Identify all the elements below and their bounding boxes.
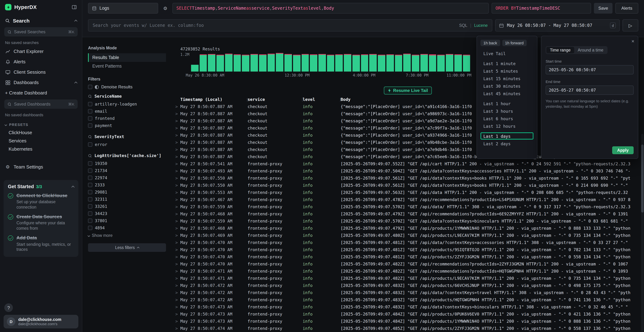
row-expand-icon[interactable]: > (175, 326, 180, 331)
facet-value-row[interactable]: email (88, 108, 166, 115)
scrollbar-thumb[interactable] (641, 144, 644, 212)
log-row[interactable]: >May 27 8:50:07.472 AMfrontend-proxyinfo… (172, 296, 644, 304)
facet-value-row[interactable]: 19350 (88, 160, 166, 167)
saved-dashboards-input[interactable]: Saved Dashboards ⌘K (4, 100, 78, 109)
histogram-bar[interactable] (361, 54, 368, 72)
row-expand-icon[interactable]: > (175, 154, 180, 159)
apply-button[interactable]: Apply (612, 146, 634, 154)
checkbox[interactable] (88, 190, 92, 194)
log-row[interactable]: >May 27 8:50:07.470 AMfrontend-proxyinfo… (172, 246, 644, 253)
log-row[interactable]: >May 27 8:50:07.541 AMfrontend-proxyinfo… (172, 160, 644, 168)
row-expand-icon[interactable]: > (175, 126, 180, 130)
row-expand-icon[interactable]: > (175, 233, 180, 238)
lang-toggle-lucene[interactable]: Lucene (474, 23, 488, 28)
sidebar-item-alerts[interactable]: Alerts (0, 56, 82, 67)
log-row[interactable]: >May 27 8:50:07.550 AMfrontend-proxyinfo… (172, 174, 644, 182)
histogram-bar[interactable] (268, 54, 275, 72)
order-by-editor[interactable]: ORDER BY TimestampTime DESC (492, 3, 591, 14)
quick-range-last-2-days[interactable]: Last 2 days (480, 140, 534, 147)
row-expand-icon[interactable]: > (175, 104, 180, 109)
facet-value-row[interactable]: 29081 (88, 188, 166, 196)
facet-value-row[interactable]: 22974 (88, 174, 166, 182)
log-row[interactable]: >May 27 8:50:07.469 AMfrontend-proxyinfo… (172, 232, 644, 239)
histogram-bar[interactable] (242, 55, 249, 72)
sidebar-item-chart-explorer[interactable]: Chart Explorer (0, 46, 82, 56)
row-expand-icon[interactable]: > (175, 247, 180, 252)
histogram-bar[interactable] (438, 55, 445, 72)
histogram-bar[interactable] (352, 55, 360, 72)
histogram-bar[interactable] (463, 55, 470, 72)
get-started-item[interactable]: Create Data Sources Configure where your… (8, 214, 74, 231)
get-started-item[interactable]: Add Data Start sending logs, metrics, or… (8, 235, 74, 252)
histogram-bar[interactable] (293, 54, 300, 72)
histogram-bar[interactable] (216, 54, 224, 72)
get-started-header[interactable]: Get Started 3/3 (8, 184, 74, 189)
histogram-bar[interactable] (318, 54, 326, 72)
sidebar-item-client-sessions[interactable]: Client Sessions (0, 67, 82, 77)
facet-header[interactable]: SeverityText (88, 134, 166, 139)
histogram-bar[interactable] (395, 55, 402, 72)
facet-header[interactable]: Servi​ceName (88, 94, 166, 99)
row-expand-icon[interactable]: > (175, 304, 180, 310)
quick-range-last-12-hours[interactable]: Last 12 hours (480, 122, 534, 130)
row-expand-icon[interactable]: > (175, 312, 180, 316)
quick-range-last-1-hour[interactable]: Last 1 hour (480, 100, 534, 107)
row-expand-icon[interactable]: > (175, 133, 180, 138)
facet-value-row[interactable]: artillery-loadgen (88, 100, 166, 108)
quick-range-last-3-hours[interactable]: Last 3 hours (480, 107, 534, 114)
chevron-up-icon[interactable] (74, 82, 78, 84)
checkbox[interactable] (88, 218, 92, 223)
row-expand-icon[interactable]: > (175, 168, 180, 174)
lang-toggle-sql[interactable]: SQL (459, 23, 468, 28)
checkbox[interactable] (88, 212, 92, 216)
row-expand-icon[interactable]: > (175, 240, 180, 245)
log-row[interactable]: >May 27 8:50:07.470 AMfrontend-proxyinfo… (172, 253, 644, 260)
row-expand-icon[interactable]: > (175, 197, 180, 202)
presets-header[interactable]: PRESETS (5, 123, 77, 127)
row-expand-icon[interactable]: > (175, 262, 180, 266)
checkbox[interactable] (88, 168, 92, 173)
column-divider[interactable]: ⋮ (300, 98, 303, 102)
sidebar-item-dashboards[interactable]: Dashboards (0, 77, 82, 88)
preset-link-services[interactable]: Services (0, 137, 82, 145)
log-row[interactable]: >May 27 8:50:07.473 AMfrontend-proxyinfo… (172, 318, 644, 325)
histogram-bar[interactable] (191, 65, 198, 72)
quick-range-last-5-minutes[interactable]: Last 5 minutes (480, 67, 534, 74)
log-row[interactable]: >May 27 8:50:07.468 AMfrontend-proxyinfo… (172, 210, 644, 218)
log-row[interactable]: >May 27 8:50:07.472 AMfrontend-proxyinfo… (172, 289, 644, 296)
facet-value-row[interactable]: 34423 (88, 210, 166, 217)
facet-header[interactable]: LogAttributes['cache.size'] (88, 153, 166, 158)
help-button[interactable]: ? (4, 304, 13, 312)
histogram-bar[interactable] (327, 55, 334, 72)
histogram-bar[interactable] (302, 54, 309, 72)
chevron-up-icon[interactable] (72, 186, 74, 188)
column-divider[interactable]: ⋮ (338, 98, 340, 102)
sql-select-editor[interactable]: SELECT Timestamp, ServiceName as service… (172, 3, 489, 14)
quick-range-last-1-minute[interactable]: Last 1 minute (480, 60, 534, 67)
log-row[interactable]: >May 27 8:50:07.559 AMfrontend-proxyinfo… (172, 203, 644, 210)
show-more-button[interactable]: Show more (88, 233, 166, 238)
checkbox[interactable] (88, 183, 92, 187)
histogram-bar[interactable] (429, 54, 436, 72)
histogram-bar[interactable] (412, 54, 419, 72)
checkbox[interactable] (88, 176, 92, 180)
row-expand-icon[interactable]: > (175, 204, 180, 209)
preset-link-clickhouse[interactable]: ClickHouse (0, 128, 82, 137)
column-header-timestamp[interactable]: Timestamp (Local) (180, 97, 246, 102)
histogram-bar[interactable] (336, 54, 343, 72)
log-row[interactable]: >May 27 8:50:07.553 AMfrontend-proxyinfo… (172, 189, 644, 196)
row-expand-icon[interactable]: > (175, 319, 180, 324)
denoise-results-toggle[interactable]: Denoise Results (88, 84, 166, 90)
histogram-bar[interactable] (420, 54, 428, 72)
log-row[interactable]: >May 27 8:50:07.473 AMfrontend-proxyinfo… (172, 304, 644, 310)
histogram-bar[interactable] (225, 54, 232, 72)
checkbox[interactable] (88, 102, 92, 106)
sidebar-collapse-icon[interactable] (72, 5, 77, 10)
end-time-input[interactable] (546, 86, 634, 95)
histogram-bar[interactable] (310, 54, 317, 72)
column-header-service[interactable]: service (248, 97, 300, 102)
shift-forward-button[interactable]: 1h forward (502, 40, 526, 46)
tab-around-a-time[interactable]: Around a time (574, 47, 607, 53)
log-row[interactable]: >May 27 8:50:07.550 AMfrontend-proxyinfo… (172, 182, 644, 189)
mode-event-patterns[interactable]: Event Patterns (88, 62, 166, 70)
